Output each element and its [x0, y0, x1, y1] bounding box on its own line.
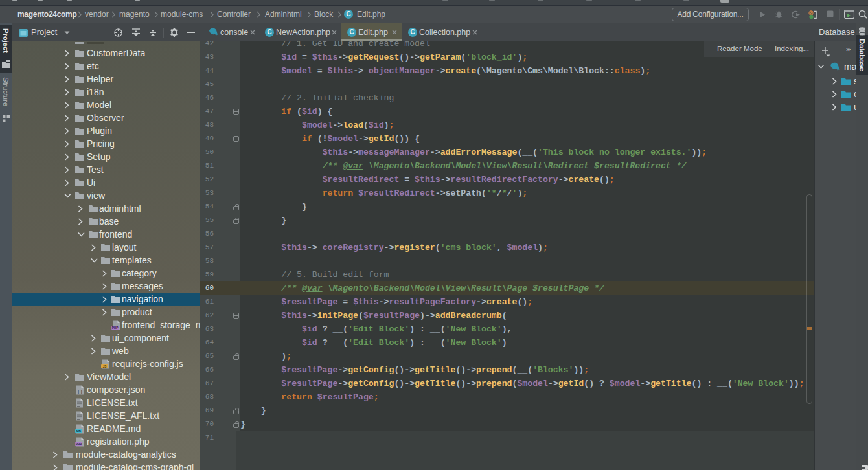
svg-text:MD: MD — [76, 429, 82, 432]
svg-text:PHP: PHP — [112, 326, 118, 329]
svg-text:PHP: PHP — [76, 442, 82, 445]
svg-text:{}: {} — [77, 388, 82, 394]
svg-text:JS: JS — [103, 364, 107, 368]
